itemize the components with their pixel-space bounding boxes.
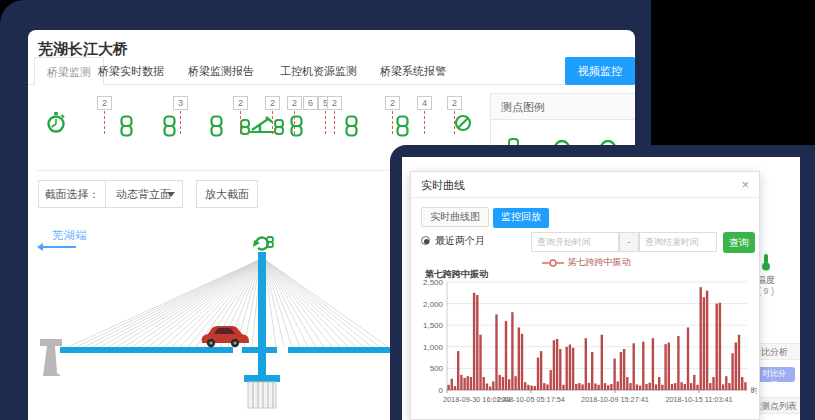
svg-text:500: 500 bbox=[430, 364, 444, 373]
chain-sensor-icon[interactable] bbox=[345, 115, 358, 137]
section-select[interactable]: 动态背立面 bbox=[105, 180, 183, 208]
end-time-input[interactable] bbox=[639, 232, 717, 252]
sensor-cluster-icon[interactable] bbox=[240, 114, 284, 136]
start-time-input[interactable] bbox=[531, 232, 619, 252]
screen: 芜湖长江大桥 桥梁监测桥梁实时数据桥梁监测报告工控机资源监测桥梁系统报警 视频监… bbox=[0, 0, 815, 420]
tab-3[interactable]: 桥梁监测报告 bbox=[188, 57, 254, 85]
radio-label: 最近两个月 bbox=[435, 234, 485, 248]
bridge-canvas bbox=[28, 235, 390, 417]
bridge-piles bbox=[248, 382, 276, 408]
range-separator: - bbox=[619, 232, 639, 252]
sensor-count-badge: 2 bbox=[233, 96, 248, 110]
bridge-abutment bbox=[40, 339, 62, 376]
svg-text:1,000: 1,000 bbox=[423, 343, 444, 352]
chain-sensor-icon[interactable] bbox=[120, 115, 133, 137]
bridge-deck-left bbox=[60, 347, 233, 353]
sensor-position-dash bbox=[180, 111, 181, 134]
svg-text:2,500: 2,500 bbox=[423, 278, 444, 287]
svg-text:2018-10-15 11:03:41: 2018-10-15 11:03:41 bbox=[665, 395, 732, 404]
tab-1[interactable]: 桥梁监测 bbox=[34, 57, 104, 85]
sensor-count-badge: 2 bbox=[287, 96, 302, 110]
zoom-section-button[interactable]: 放大截面 bbox=[196, 180, 258, 208]
tab-4[interactable]: 工控机资源监测 bbox=[280, 57, 357, 85]
chain-sensor-icon[interactable] bbox=[396, 115, 409, 137]
date-range-radio[interactable] bbox=[421, 236, 430, 245]
section-select-label: 截面选择： bbox=[38, 180, 106, 208]
timer-icon[interactable] bbox=[46, 112, 66, 134]
section-select-value: 动态背立面 bbox=[116, 188, 171, 200]
sensor-count-badge: 3 bbox=[173, 96, 188, 110]
sensor-position-dash bbox=[104, 111, 105, 134]
dialog-tabs: 实时曲线图监控回放 bbox=[421, 206, 553, 226]
query-controls: 最近两个月 - 查询 bbox=[421, 232, 751, 252]
sensor-position-dash bbox=[325, 111, 326, 134]
bridge-pier-cap bbox=[244, 375, 280, 382]
tab-2[interactable]: 桥梁实时数据 bbox=[98, 57, 164, 85]
sensor-count-badge: 2 bbox=[385, 96, 400, 110]
realtime-curve-dialog: 实时曲线 × 实时曲线图监控回放 最近两个月 - 查询 bbox=[410, 171, 760, 420]
modal-page: 温度 ( 9 ) 对比分析 对比分析 监测点列表 实时曲线 × 实时曲线图监控回… bbox=[402, 157, 800, 420]
bridge-deck-right bbox=[288, 347, 390, 353]
video-monitor-button[interactable]: 视频监控 bbox=[565, 57, 635, 85]
dialog-title: 实时曲线 bbox=[421, 179, 465, 191]
legend-label: 第七跨跨中振动 bbox=[568, 257, 631, 267]
svg-text:0: 0 bbox=[439, 386, 444, 395]
sensor-count-badge: 2 bbox=[265, 96, 280, 110]
legend-marker-icon bbox=[542, 259, 564, 267]
bridge-tower bbox=[258, 252, 266, 380]
sensor-position-dash bbox=[272, 111, 273, 134]
svg-text:2018-10-05 05:17:54: 2018-10-05 05:17:54 bbox=[497, 395, 565, 404]
svg-text:时间: 时间 bbox=[751, 386, 757, 395]
no-sensor-icon[interactable] bbox=[454, 114, 472, 132]
vibration-chart: 05001,0001,5002,0002,5002018-09-30 16:01… bbox=[417, 278, 757, 416]
thermometer-icon bbox=[760, 253, 772, 271]
chain-sensor-icon[interactable] bbox=[290, 115, 303, 137]
sensor-count-badge: 2 bbox=[327, 96, 342, 110]
tab-bar: 桥梁监测桥梁实时数据桥梁监测报告工控机资源监测桥梁系统报警 视频监控 bbox=[28, 57, 635, 85]
svg-text:2018-10-09 15:27:41: 2018-10-09 15:27:41 bbox=[581, 395, 649, 404]
chevron-down-icon bbox=[167, 192, 175, 201]
sensor-count-badge: 6 bbox=[303, 96, 318, 110]
chain-sensor-icon[interactable] bbox=[210, 115, 223, 137]
legend-panel-title: 测点图例 bbox=[491, 94, 635, 120]
tower-top-rotation-icon[interactable] bbox=[253, 237, 273, 250]
tab-5[interactable]: 桥梁系统报警 bbox=[380, 57, 446, 85]
sensor-count-badge: 2 bbox=[97, 96, 112, 110]
query-button[interactable]: 查询 bbox=[723, 232, 755, 253]
sensor-position-dash bbox=[240, 111, 241, 134]
sensor-position-dash bbox=[392, 111, 393, 134]
chain-sensor-icon[interactable] bbox=[163, 115, 176, 137]
dialog-tab-2[interactable]: 监控回放 bbox=[493, 208, 549, 228]
dialog-tab-1[interactable]: 实时曲线图 bbox=[421, 207, 489, 227]
sensor-position-dash bbox=[454, 111, 455, 134]
close-icon[interactable]: × bbox=[741, 172, 749, 198]
sensor-position-dash bbox=[424, 111, 425, 134]
sensor-position-dash bbox=[334, 111, 335, 134]
modal-window: 温度 ( 9 ) 对比分析 对比分析 监测点列表 实时曲线 × 实时曲线图监控回… bbox=[390, 145, 815, 420]
svg-text:1,500: 1,500 bbox=[423, 321, 444, 330]
svg-text:2,000: 2,000 bbox=[423, 300, 444, 309]
sensor-count-badge: 2 bbox=[447, 96, 462, 110]
sensor-count-badge: 4 bbox=[417, 96, 432, 110]
dialog-header: 实时曲线 × bbox=[411, 172, 759, 198]
